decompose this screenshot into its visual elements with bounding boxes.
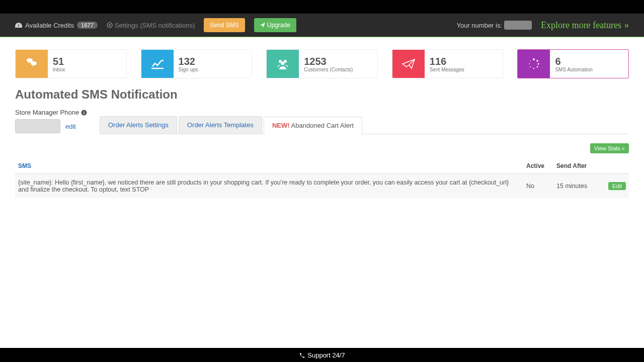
stat-label: SMS Automation bbox=[555, 67, 592, 72]
tab-cart-alert[interactable]: NEW! Abandoned Cart Alert bbox=[264, 117, 362, 134]
credits-label: Available Credits bbox=[25, 22, 74, 29]
chart-icon bbox=[141, 50, 174, 78]
stat-label: Sent Messages bbox=[430, 67, 464, 72]
edit-row-button[interactable]: Edit bbox=[608, 182, 626, 190]
send-icon bbox=[392, 50, 425, 78]
page-title: Automated SMS Notification bbox=[15, 87, 629, 102]
users-icon bbox=[267, 50, 299, 78]
tab-order-templates[interactable]: Order Alerts Templates bbox=[179, 116, 262, 134]
sms-text: {site_name}: Hello {first_name}, we noti… bbox=[15, 174, 523, 199]
credits-display[interactable]: Available Credits 1677 bbox=[15, 22, 98, 29]
tab-cart-label: Abandoned Cart Alert bbox=[291, 122, 354, 129]
th-send-after[interactable]: Send After bbox=[553, 158, 604, 174]
svg-point-4 bbox=[281, 62, 285, 65]
phone-label: Store Manager Phone i bbox=[15, 109, 87, 116]
svg-point-1 bbox=[109, 24, 111, 26]
new-badge: NEW! bbox=[272, 122, 290, 129]
stat-value: 132 bbox=[179, 56, 198, 67]
send-sms-button[interactable]: Send SMS bbox=[204, 18, 245, 32]
stat-customers[interactable]: 1253 Customers (Contacts) bbox=[266, 49, 378, 78]
svg-point-12 bbox=[530, 60, 531, 61]
phone-number-display bbox=[504, 21, 532, 30]
active-value: No bbox=[523, 174, 553, 199]
svg-point-9 bbox=[533, 68, 534, 69]
stat-value: 6 bbox=[555, 56, 592, 67]
settings-label: Settings (SMS notifications) bbox=[115, 22, 195, 29]
chevron-right-icon: » bbox=[624, 20, 629, 31]
dashboard-icon bbox=[15, 23, 22, 28]
tabs: Order Alerts Settings Order Alerts Templ… bbox=[100, 116, 629, 134]
stat-value: 1253 bbox=[304, 56, 353, 67]
spinner-icon bbox=[518, 50, 550, 78]
stats-row: 51 Inbox 132 Sign ups 1253 Customers (Co… bbox=[15, 49, 629, 78]
stat-label: Sign ups bbox=[179, 67, 198, 72]
sms-table: SMS Active Send After {site_name}: Hello… bbox=[15, 158, 629, 198]
view-stats-button[interactable]: View Stats » bbox=[590, 143, 629, 153]
gear-icon bbox=[107, 22, 113, 28]
topbar: Available Credits 1677 Settings (SMS not… bbox=[0, 14, 644, 37]
svg-point-6 bbox=[537, 60, 539, 62]
stat-inbox[interactable]: 51 Inbox bbox=[15, 49, 127, 78]
th-sms[interactable]: SMS bbox=[15, 158, 523, 174]
svg-point-11 bbox=[529, 63, 530, 64]
your-number-label: Your number is: bbox=[456, 22, 502, 29]
credits-count: 1677 bbox=[77, 22, 97, 29]
svg-point-5 bbox=[533, 58, 535, 60]
phone-label-text: Store Manager Phone bbox=[15, 109, 79, 116]
stat-sent[interactable]: 116 Sent Messages bbox=[392, 49, 504, 78]
your-number: Your number is: bbox=[456, 21, 532, 30]
divider bbox=[0, 37, 644, 37]
upgrade-button[interactable]: Upgrade bbox=[254, 18, 296, 32]
plane-icon bbox=[260, 23, 265, 28]
stat-value: 116 bbox=[430, 56, 464, 67]
stat-signups[interactable]: 132 Sign ups bbox=[141, 49, 253, 78]
table-row: {site_name}: Hello {first_name}, we noti… bbox=[15, 174, 629, 199]
send-after-value: 15 minutes bbox=[553, 174, 604, 199]
explore-text: Explore more features bbox=[541, 20, 621, 31]
explore-link[interactable]: Explore more features » bbox=[541, 20, 629, 31]
top-black-bar bbox=[0, 0, 644, 14]
settings-link[interactable]: Settings (SMS notifications) bbox=[107, 22, 195, 29]
tab-order-settings[interactable]: Order Alerts Settings bbox=[100, 116, 177, 134]
stat-value: 51 bbox=[53, 56, 65, 67]
stat-label: Customers (Contacts) bbox=[304, 67, 353, 72]
edit-phone-link[interactable]: edit bbox=[65, 123, 76, 130]
inbox-icon bbox=[16, 50, 48, 78]
th-active[interactable]: Active bbox=[523, 158, 553, 174]
svg-point-10 bbox=[530, 66, 531, 67]
svg-point-7 bbox=[538, 63, 539, 64]
svg-point-8 bbox=[537, 66, 538, 68]
info-icon[interactable]: i bbox=[81, 110, 87, 116]
stat-label: Inbox bbox=[53, 67, 65, 72]
stat-automation[interactable]: 6 SMS Automation bbox=[517, 49, 629, 78]
upgrade-label: Upgrade bbox=[267, 22, 290, 29]
phone-input[interactable] bbox=[15, 119, 60, 133]
